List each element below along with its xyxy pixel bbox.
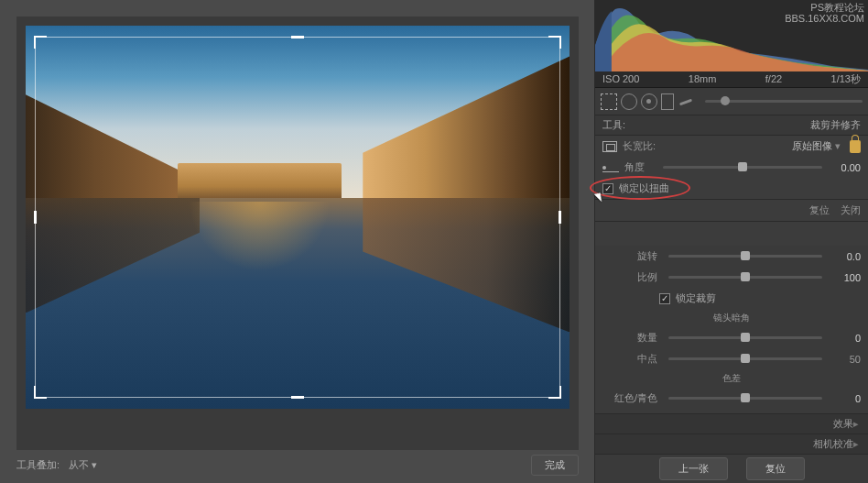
lock-crop-checkbox[interactable]	[659, 293, 670, 304]
red-cyan-row: 红色/青色 0	[595, 388, 868, 409]
scale-slider[interactable]	[668, 276, 822, 279]
main-canvas-area: 工具叠加: 从不 ▾ 完成	[0, 0, 594, 483]
lock-crop-row: 锁定裁剪	[595, 288, 868, 309]
gradient-tool-icon[interactable]	[661, 93, 674, 110]
vignette-midpoint-row: 中点 50	[595, 348, 868, 369]
overlay-mode-dropdown[interactable]: 从不 ▾	[69, 458, 97, 472]
hist-shutter: 1/13秒	[831, 72, 861, 86]
hist-iso: ISO 200	[602, 73, 639, 84]
right-panel: ISO 200 18mm f/22 1/13秒 工具: 裁剪并修齐 长宽比: 原…	[594, 0, 868, 483]
angle-row: 角度 0.00	[595, 157, 868, 178]
tool-size-slider[interactable]	[705, 100, 863, 103]
spot-tool-icon[interactable]	[621, 93, 637, 110]
chromatic-header: 色差	[595, 369, 868, 388]
vignette-amount-slider[interactable]	[668, 336, 822, 339]
vignette-amount-row: 数量 0	[595, 327, 868, 348]
hist-focal: 18mm	[689, 73, 717, 84]
close-button[interactable]: 关闭	[841, 203, 861, 217]
canvas-wrapper	[16, 16, 579, 450]
crop-actions: 复位 关闭	[595, 199, 868, 222]
camera-cal-panel-header[interactable]: 相机校准	[595, 434, 868, 454]
lock-warp-row: 锁定以扭曲	[595, 178, 868, 199]
lock-warp-checkbox[interactable]	[602, 183, 613, 194]
hist-aperture: f/22	[765, 73, 782, 84]
tool-section-header: 工具: 裁剪并修齐	[595, 115, 868, 136]
aspect-dropdown[interactable]: 原始图像	[661, 139, 841, 153]
tool-overlay-label: 工具叠加:	[16, 458, 60, 472]
effects-panel-header[interactable]: 效果	[595, 413, 868, 434]
vignette-midpoint-slider[interactable]	[668, 357, 822, 360]
nav-row: 上一张 复位	[595, 454, 868, 483]
vignette-header: 镜头暗角	[595, 309, 868, 327]
rotation-row: 旋转 0.0	[595, 246, 868, 267]
lock-warp-label: 锁定以扭曲	[619, 181, 669, 195]
angle-slider[interactable]	[663, 166, 822, 169]
crop-tool-icon[interactable]	[601, 93, 617, 110]
angle-icon[interactable]	[602, 163, 619, 172]
redeye-tool-icon[interactable]	[641, 93, 657, 110]
rotation-slider[interactable]	[668, 255, 822, 258]
aspect-lock-icon[interactable]	[850, 140, 861, 153]
tool-strip	[595, 88, 868, 115]
scale-row: 比例 100	[595, 267, 868, 288]
aspect-row: 长宽比: 原始图像	[595, 136, 868, 157]
panel-scroll-area: 旋转 0.0 比例 100 锁定裁剪 镜头暗角 数量 0 中点 50 色差 红色…	[595, 246, 868, 442]
photo-preview[interactable]	[26, 26, 570, 409]
bottom-toolbar: 工具叠加: 从不 ▾ 完成	[16, 452, 579, 478]
brush-tool-icon[interactable]	[678, 93, 694, 110]
prev-button[interactable]: 上一张	[659, 457, 728, 480]
aspect-icon[interactable]	[602, 141, 617, 152]
reset-button[interactable]: 复位	[809, 203, 830, 217]
watermark: PS教程论坛 BBS.16XX8.COM	[785, 2, 864, 24]
nav-reset-button[interactable]: 复位	[746, 457, 805, 480]
done-button[interactable]: 完成	[531, 455, 579, 476]
red-cyan-slider[interactable]	[668, 397, 822, 400]
angle-value: 0.00	[833, 162, 861, 173]
